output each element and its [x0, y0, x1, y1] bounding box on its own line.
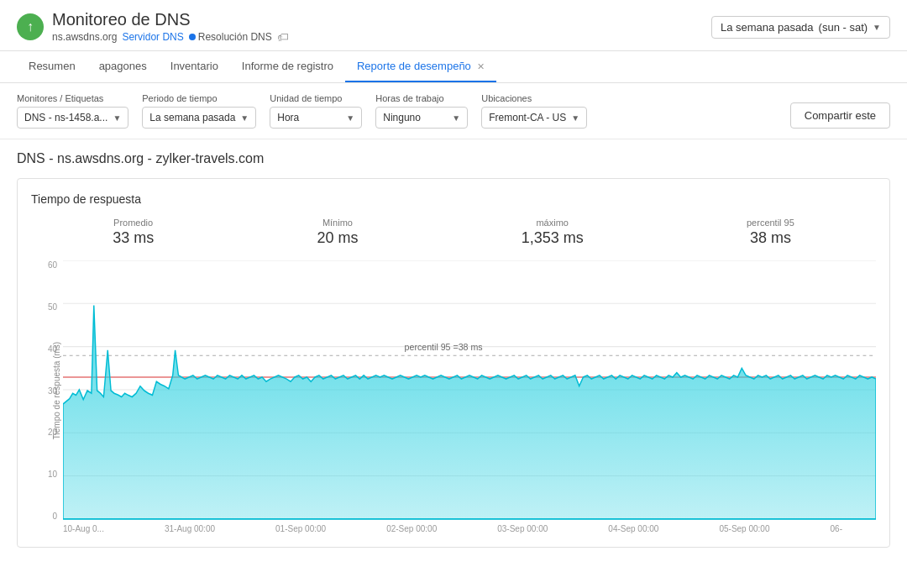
stat-maximo: máximo 1,353 ms — [522, 218, 584, 247]
x-label-3: 02-Sep 00:00 — [386, 524, 437, 533]
server-dns-badge[interactable]: Servidor DNS — [122, 31, 183, 43]
domain-label: ns.awsdns.org — [52, 31, 117, 43]
unit-select[interactable]: Hora ▼ — [270, 107, 362, 129]
response-time-chart: percentil 95 =38 ms — [63, 260, 876, 521]
main-content: DNS - ns.awsdns.org - zylker-travels.com… — [0, 139, 907, 559]
locations-filter: Ubicaciones Fremont-CA - US ▼ — [481, 93, 587, 129]
stat-percentil-value: 38 ms — [747, 229, 794, 247]
monitors-select[interactable]: DNS - ns-1458.a... ▼ — [17, 107, 128, 129]
header: ↑ Monitoreo de DNS ns.awsdns.org Servido… — [0, 0, 907, 51]
monitors-filter: Monitores / Etiquetas DNS - ns-1458.a...… — [17, 93, 128, 129]
svg-marker-10 — [63, 305, 876, 518]
period-caret-icon: ▼ — [240, 113, 249, 123]
x-label-1: 31-Aug 00:00 — [165, 524, 215, 533]
period-select[interactable]: La semana pasada ▼ — [142, 107, 256, 129]
nav-tabs: Resumen apagones Inventario Informe de r… — [0, 51, 907, 83]
x-axis-labels: 10-Aug 0... 31-Aug 00:00 01-Sep 00:00 02… — [31, 521, 876, 533]
stat-promedio-label: Promedio — [113, 218, 154, 228]
hours-filter-label: Horas de trabajo — [375, 93, 468, 103]
locations-filter-label: Ubicaciones — [481, 93, 587, 103]
tab-reporte[interactable]: Reporte de desempeño ✕ — [345, 51, 497, 82]
hours-filter: Horas de trabajo Ninguno ▼ — [375, 93, 468, 129]
tag-icon[interactable]: 🏷 — [277, 30, 289, 44]
period-selector[interactable]: La semana pasada (sun - sat) ▼ — [711, 16, 890, 39]
stat-percentil-label: percentil 95 — [747, 218, 794, 228]
resolution-label: Resolución DNS — [198, 31, 272, 43]
header-left: ↑ Monitoreo de DNS ns.awsdns.org Servido… — [17, 10, 289, 44]
tab-apagones[interactable]: apagones — [87, 51, 159, 82]
y-label-50: 50 — [31, 302, 57, 312]
period-select-value: La semana pasada — [149, 112, 235, 123]
x-label-0: 10-Aug 0... — [63, 524, 104, 533]
tab-resumen[interactable]: Resumen — [17, 51, 87, 82]
x-label-6: 05-Sep 00:00 — [719, 524, 769, 533]
monitors-filter-label: Monitores / Etiquetas — [17, 93, 128, 103]
stat-maximo-value: 1,353 ms — [522, 229, 584, 247]
period-range: (sun - sat) — [819, 21, 868, 34]
header-sub: ns.awsdns.org Servidor DNS Resolución DN… — [52, 30, 289, 44]
chart-card: Tiempo de respuesta Promedio 33 ms Mínim… — [17, 178, 890, 548]
dns-dot-icon — [189, 34, 196, 40]
locations-select[interactable]: Fremont-CA - US ▼ — [481, 107, 587, 129]
tab-inventario[interactable]: Inventario — [159, 51, 230, 82]
x-label-2: 01-Sep 00:00 — [275, 524, 326, 533]
tab-informe[interactable]: Informe de registro — [230, 51, 345, 82]
up-icon: ↑ — [17, 13, 44, 40]
locations-caret-icon: ▼ — [571, 113, 579, 123]
hours-select[interactable]: Ninguno ▼ — [375, 107, 468, 129]
chart-card-title: Tiempo de respuesta — [31, 192, 876, 206]
stat-minimo-value: 20 ms — [317, 229, 358, 247]
y-label-10: 10 — [31, 470, 57, 479]
share-button[interactable]: Compartir este — [790, 102, 890, 129]
period-filter-label: Periodo de tiempo — [142, 93, 256, 103]
period-caret-icon: ▼ — [873, 23, 881, 32]
header-right: La semana pasada (sun - sat) ▼ — [711, 16, 890, 39]
locations-select-value: Fremont-CA - US — [489, 112, 566, 123]
resolution-dns-badge: Resolución DNS — [189, 31, 272, 43]
x-label-7: 06- — [831, 524, 842, 533]
unit-filter: Unidad de tiempo Hora ▼ — [270, 93, 362, 129]
unit-filter-label: Unidad de tiempo — [270, 93, 362, 103]
y-axis-title: Tiempo de respuesta (ms) — [52, 342, 61, 439]
hours-caret-icon: ▼ — [452, 113, 460, 123]
stat-maximo-label: máximo — [522, 218, 584, 228]
filters-bar: Monitores / Etiquetas DNS - ns-1458.a...… — [0, 83, 907, 139]
x-label-4: 03-Sep 00:00 — [497, 524, 548, 533]
hours-select-value: Ninguno — [383, 112, 421, 123]
monitor-title: DNS - ns.awsdns.org - zylker-travels.com — [17, 151, 890, 166]
period-label: La semana pasada — [721, 21, 814, 34]
period-filter: Periodo de tiempo La semana pasada ▼ — [142, 93, 256, 129]
app-title: Monitoreo de DNS — [52, 10, 289, 29]
unit-caret-icon: ▼ — [346, 113, 354, 123]
monitors-select-value: DNS - ns-1458.a... — [24, 112, 107, 123]
chart-area: percentil 95 =38 ms 0 10 20 30 40 — [31, 260, 876, 521]
y-label-0: 0 — [31, 512, 57, 521]
tab-reporte-close-icon[interactable]: ✕ — [477, 61, 485, 71]
title-block: Monitoreo de DNS ns.awsdns.org Servidor … — [52, 10, 289, 44]
stats-row: Promedio 33 ms Mínimo 20 ms máximo 1,353… — [31, 218, 876, 247]
stat-promedio: Promedio 33 ms — [113, 218, 154, 247]
stat-promedio-value: 33 ms — [113, 229, 154, 247]
y-label-60: 60 — [31, 260, 57, 270]
x-label-5: 04-Sep 00:00 — [608, 524, 658, 533]
monitors-caret-icon: ▼ — [113, 113, 121, 123]
stat-minimo: Mínimo 20 ms — [317, 218, 358, 247]
svg-text:percentil 95 =38 ms: percentil 95 =38 ms — [405, 341, 483, 352]
tab-reporte-label: Reporte de desempeño — [357, 60, 471, 72]
stat-minimo-label: Mínimo — [317, 218, 358, 228]
unit-select-value: Hora — [277, 112, 299, 123]
stat-percentil: percentil 95 38 ms — [747, 218, 794, 247]
